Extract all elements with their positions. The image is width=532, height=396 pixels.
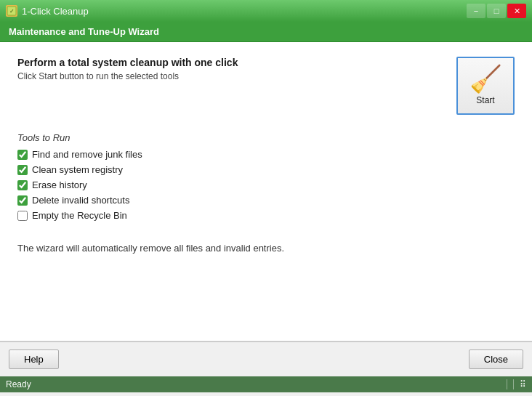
tool-item-history: Erase history [17, 179, 515, 190]
checkbox-registry[interactable] [17, 165, 28, 175]
footer: Help Close [0, 342, 532, 376]
main-subtext: Click Start button to run the selected t… [17, 71, 238, 81]
app-icon: ✓ [6, 5, 17, 17]
status-right: ⠿ [507, 379, 526, 389]
notice-text: The wizard will automatically remove all… [17, 243, 515, 254]
label-junk[interactable]: Find and remove junk files [32, 149, 142, 160]
top-text: Perform a total system cleanup with one … [17, 57, 238, 81]
svg-text:✓: ✓ [9, 8, 15, 15]
close-window-button[interactable]: ✕ [507, 4, 526, 18]
label-registry[interactable]: Clean system registry [32, 164, 123, 175]
title-bar: ✓ 1-Click Cleanup − □ ✕ [0, 0, 532, 22]
label-recycle[interactable]: Empty the Recycle Bin [32, 210, 127, 221]
tools-section: Tools to Run Find and remove junk files … [17, 132, 515, 221]
top-section: Perform a total system cleanup with one … [17, 57, 515, 115]
window-title: 1-Click Cleanup [22, 6, 89, 17]
tool-item-junk: Find and remove junk files [17, 149, 515, 160]
tools-label: Tools to Run [17, 132, 515, 143]
help-button[interactable]: Help [9, 349, 59, 369]
checkbox-recycle[interactable] [17, 211, 28, 221]
window-controls: − □ ✕ [467, 4, 526, 18]
status-divider-1 [507, 379, 507, 389]
label-shortcuts[interactable]: Delete invalid shortcuts [32, 195, 129, 206]
wizard-title: Maintenance and Tune-Up Wizard [9, 26, 159, 37]
status-bar: Ready ⠿ [0, 376, 532, 392]
broom-icon: 🧹 [469, 66, 502, 92]
start-button-label: Start [476, 95, 494, 105]
start-button[interactable]: 🧹 Start [456, 57, 515, 115]
maximize-button[interactable]: □ [487, 4, 506, 18]
minimize-button[interactable]: − [467, 4, 485, 18]
label-history[interactable]: Erase history [32, 179, 87, 190]
status-divider-2 [513, 379, 514, 389]
status-indicator: ⠿ [520, 379, 526, 389]
checkbox-history[interactable] [17, 180, 28, 190]
main-content: Perform a total system cleanup with one … [0, 42, 532, 341]
checkbox-shortcuts[interactable] [17, 195, 28, 206]
tool-item-recycle: Empty the Recycle Bin [17, 210, 515, 221]
tool-item-shortcuts: Delete invalid shortcuts [17, 195, 515, 206]
main-heading: Perform a total system cleanup with one … [17, 57, 238, 68]
checkbox-junk[interactable] [17, 150, 28, 160]
tool-item-registry: Clean system registry [17, 164, 515, 175]
status-text: Ready [6, 379, 31, 389]
header-bar: Maintenance and Tune-Up Wizard [0, 22, 532, 42]
title-bar-left: ✓ 1-Click Cleanup [6, 5, 89, 17]
close-button[interactable]: Close [469, 349, 523, 369]
